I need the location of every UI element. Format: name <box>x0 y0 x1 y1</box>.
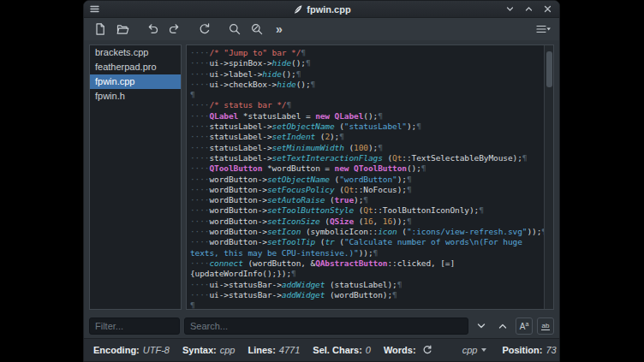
code-line: texts, this may be CPU-intensive.)"));¶ <box>190 248 544 258</box>
syntax-label: Syntax: <box>182 345 217 355</box>
sidebar-item-brackets.cpp[interactable]: brackets.cpp <box>90 45 181 60</box>
lines-value: 4771 <box>279 345 300 355</box>
code-token: ···· <box>190 111 209 121</box>
code-line: ····wordButton->setToolButtonStyle (Qt::… <box>190 205 544 216</box>
main-menu-button[interactable] <box>533 20 553 39</box>
code-token: addWidget <box>282 290 325 300</box>
code-token: (statusLabel); <box>325 280 397 289</box>
sidebar-item-fpwin.h[interactable]: fpwin.h <box>90 89 181 104</box>
syntax-value: cpp <box>220 345 236 355</box>
code-token: ¶ <box>378 111 383 121</box>
code-token: "wordButton" <box>339 175 397 184</box>
search-next-button[interactable] <box>473 317 490 335</box>
minimize-button[interactable] <box>504 3 516 15</box>
titlebar[interactable]: fpwin.cpp <box>84 1 559 18</box>
code-token: ···· <box>190 132 209 141</box>
code-token: hide <box>262 69 281 79</box>
code-token: statusLabel-> <box>209 122 271 131</box>
code-token: ::NoFocus); <box>354 185 407 194</box>
open-file-button[interactable] <box>112 20 133 39</box>
window-menu-button[interactable] <box>88 3 100 15</box>
statusbar: Encoding: UTF-8 Syntax: cpp Lines: 4771 … <box>84 338 559 361</box>
code-line: ····statusLabel->setMinimumWidth (100);¶ <box>190 143 544 153</box>
code-line: ····statusLabel->setTextInteractionFlags… <box>190 153 544 163</box>
toolbar-overflow-button[interactable]: » <box>269 20 289 39</box>
match-case-icon: Aa <box>520 321 529 331</box>
code-line: ····ui->checkBox->hide();¶ <box>190 80 544 90</box>
code-token: ":icons/view-refresh.svg" <box>407 227 528 236</box>
code-token: (); <box>407 163 421 173</box>
code-token: setIcon <box>267 227 301 236</box>
code-token: setObjectName <box>272 122 335 131</box>
encoding-value: UTF-8 <box>143 345 170 355</box>
toolbar: » <box>84 18 559 40</box>
code-line: ····wordButton->setToolTip (tr ("Calcula… <box>190 237 544 247</box>
search-button[interactable] <box>224 20 245 39</box>
refresh-icon <box>422 345 432 355</box>
syntax-status: Syntax: cpp <box>182 345 236 355</box>
redo-button[interactable] <box>164 20 185 39</box>
code-editor[interactable]: ····/* "Jump to" bar */¶····ui->spinBox-… <box>187 45 544 309</box>
code-token: Qt <box>363 205 373 215</box>
code-token: ···· <box>190 258 209 268</box>
code-token: {updateWordInfo();}); <box>190 269 291 278</box>
match-case-button[interactable]: Aa <box>516 317 533 335</box>
code-token: setIconSize <box>267 217 320 226</box>
code-token: ¶ <box>373 248 379 258</box>
new-file-button[interactable] <box>90 20 110 39</box>
search-previous-button[interactable] <box>494 317 511 335</box>
scrollbar-thumb[interactable] <box>546 51 552 87</box>
code-token: 100 <box>354 143 368 152</box>
code-token: ¶ <box>296 69 301 79</box>
encoding-status: Encoding: UTF-8 <box>93 345 170 355</box>
search-input[interactable] <box>184 317 468 335</box>
code-token: ···· <box>190 80 209 89</box>
close-button[interactable] <box>542 3 553 15</box>
language-combo[interactable]: cpp <box>461 345 489 355</box>
sidebar-item-featherpad.pro[interactable]: featherpad.pro <box>90 60 181 74</box>
sidebar-item-fpwin.cpp[interactable]: fpwin.cpp <box>90 74 181 89</box>
featherpad-window: fpwin.cpp <box>83 0 560 362</box>
code-token: ¶ <box>407 175 412 184</box>
code-token: ( <box>325 195 334 205</box>
code-token: ···· <box>190 175 209 184</box>
code-token: 16 <box>383 217 392 226</box>
code-token: *statusLabel = <box>238 111 315 121</box>
code-token: QLabel <box>209 111 238 121</box>
code-line: ····wordButton->setIconSize (QSize (16, … <box>190 217 544 227</box>
code-line: ····QLabel *statusLabel = new QLabel();¶ <box>190 111 544 122</box>
find-replace-button[interactable] <box>247 20 267 39</box>
code-token: QAbstractButton <box>315 258 387 268</box>
maximize-icon <box>525 5 533 13</box>
code-line: ····statusLabel->setObjectName ("statusL… <box>190 122 544 132</box>
chevron-up-icon <box>498 321 508 331</box>
editor-scrollbar[interactable] <box>544 45 553 309</box>
code-token: setToolButtonStyle <box>267 205 354 215</box>
window-controls <box>504 1 553 17</box>
code-token: ¶ <box>306 58 311 68</box>
code-token: setMinimumWidth <box>272 143 344 152</box>
word-count-refresh-button[interactable] <box>420 343 434 357</box>
search-bar: Aa ab <box>84 314 559 338</box>
filter-input[interactable] <box>89 317 180 335</box>
whole-word-button[interactable]: ab <box>537 317 554 335</box>
editor-frame: ····/* "Jump to" bar */¶····ui->spinBox-… <box>186 45 554 310</box>
main-area: brackets.cppfeatherpad.profpwin.cppfpwin… <box>84 40 559 314</box>
code-token: ( <box>354 217 363 226</box>
code-token: true <box>335 195 354 205</box>
code-token: ); <box>407 122 416 131</box>
code-token: ···· <box>190 280 209 289</box>
position-label: Position: <box>502 345 542 355</box>
code-token: ···· <box>190 122 209 131</box>
code-line: ····/* "Jump to" bar */¶ <box>190 48 544 58</box>
code-token: tr <box>325 237 334 246</box>
undo-icon <box>146 22 159 36</box>
reload-button[interactable] <box>194 20 215 39</box>
code-line: ¶ <box>190 300 544 309</box>
code-token: ¶ <box>291 269 296 278</box>
code-token: setObjectName <box>267 175 330 184</box>
code-token: (); <box>363 111 378 121</box>
code-token: (); <box>291 58 306 68</box>
maximize-button[interactable] <box>523 3 534 15</box>
undo-button[interactable] <box>142 20 163 39</box>
